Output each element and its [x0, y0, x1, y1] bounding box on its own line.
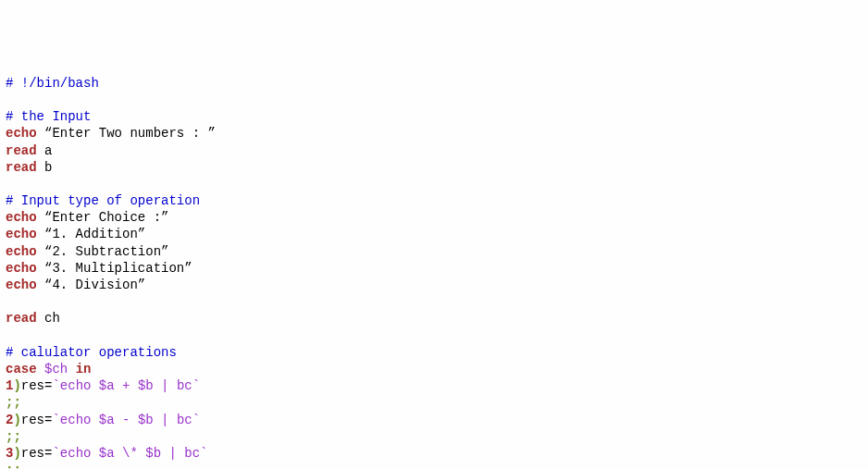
blank-line	[6, 293, 862, 310]
assign: res=	[21, 413, 53, 427]
pipe: | bc	[154, 378, 192, 393]
backtick: `	[192, 413, 200, 427]
blank-line	[6, 327, 862, 344]
keyword-echo: echo	[6, 278, 37, 292]
comment: # !/bin/bash	[6, 76, 99, 91]
variable: $b	[145, 446, 161, 461]
blank-line	[6, 92, 862, 108]
code-line: echo “2. Subtraction”	[6, 243, 862, 260]
code-line: # calulator operations	[6, 344, 862, 361]
keyword-read: read	[6, 143, 37, 158]
variable: $a	[99, 378, 115, 393]
variable: $b	[138, 413, 154, 427]
variable: $ch	[37, 362, 76, 376]
comment: # calulator operations	[6, 345, 177, 360]
string: “Enter Two numbers : ”	[37, 126, 216, 141]
backtick: `	[200, 446, 207, 461]
keyword-echo: echo	[6, 227, 37, 241]
cmd: echo	[60, 413, 99, 427]
arg: b	[37, 160, 53, 175]
keyword-in: in	[76, 362, 92, 376]
string: “1. Addition”	[37, 227, 146, 241]
code-line: read a	[6, 142, 862, 159]
case-end: ;;	[6, 429, 21, 444]
assign: res=	[21, 446, 53, 461]
code-line: 1)res=`echo $a + $b | bc`	[6, 377, 862, 394]
keyword-echo: echo	[6, 210, 37, 225]
cmd: echo	[60, 378, 99, 393]
pipe: | bc	[154, 413, 192, 427]
backtick: `	[52, 378, 59, 393]
code-line: echo “Enter Two numbers : ”	[6, 125, 862, 142]
code-line: 3)res=`echo $a \* $b | bc`	[6, 445, 862, 462]
pipe: | bc	[161, 446, 200, 461]
case-end: ;;	[6, 395, 21, 410]
string: “2. Subtraction”	[37, 244, 169, 259]
operator: -	[115, 413, 138, 427]
backtick: `	[192, 378, 200, 393]
code-line: # Input type of operation	[6, 192, 862, 209]
variable: $a	[99, 446, 115, 461]
keyword-echo: echo	[6, 244, 37, 259]
paren: )	[13, 446, 20, 461]
code-line: # !/bin/bash	[6, 75, 862, 92]
keyword-echo: echo	[6, 126, 37, 141]
blank-line	[6, 176, 862, 192]
case-end: ;;	[6, 463, 21, 469]
keyword-case: case	[6, 362, 37, 376]
keyword-read: read	[6, 311, 37, 326]
comment: # the Input	[6, 109, 91, 124]
code-line: # the Input	[6, 108, 862, 125]
variable: $b	[138, 378, 154, 393]
variable: $a	[99, 413, 115, 427]
code-line: ;;	[6, 462, 862, 469]
operator: \*	[115, 446, 146, 461]
code-line: echo “1. Addition”	[6, 226, 862, 242]
code-line: ;;	[6, 394, 862, 411]
code-line: echo “Enter Choice :”	[6, 209, 862, 226]
operator: +	[115, 378, 138, 393]
cmd: echo	[60, 446, 99, 461]
keyword-echo: echo	[6, 261, 37, 276]
backtick: `	[52, 446, 59, 461]
code-line: 2)res=`echo $a - $b | bc`	[6, 412, 862, 428]
code-line: read ch	[6, 310, 862, 327]
code-line: echo “3. Multiplication”	[6, 260, 862, 277]
code-line: case $ch in	[6, 361, 862, 377]
keyword-read: read	[6, 160, 37, 175]
code-line: read b	[6, 159, 862, 176]
paren: )	[13, 378, 20, 393]
arg: ch	[37, 311, 60, 326]
arg: a	[37, 143, 53, 158]
string: “Enter Choice :”	[37, 210, 169, 225]
assign: res=	[21, 378, 53, 393]
code-line: ;;	[6, 428, 862, 445]
paren: )	[13, 413, 20, 427]
string: “3. Multiplication”	[37, 261, 192, 276]
code-line: echo “4. Division”	[6, 277, 862, 293]
string: “4. Division”	[37, 278, 146, 292]
backtick: `	[52, 413, 59, 427]
comment: # Input type of operation	[6, 193, 200, 208]
code-editor[interactable]: # !/bin/bash # the Inputecho “Enter Two …	[6, 75, 862, 469]
